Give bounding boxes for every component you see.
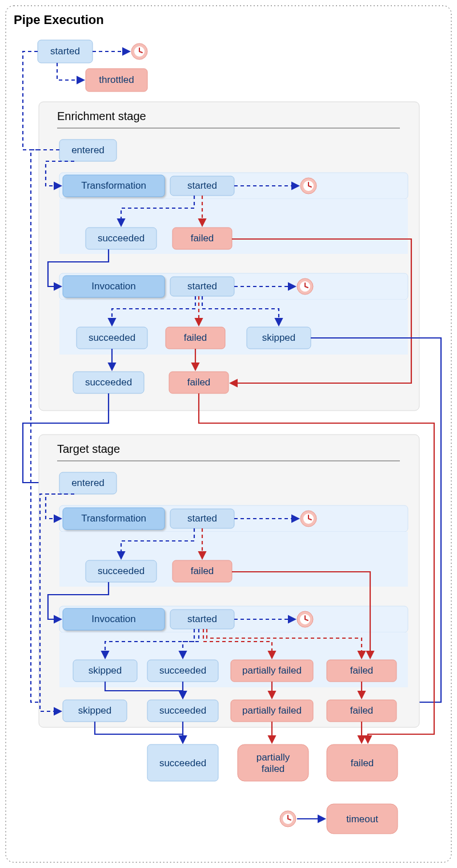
label: partially failed <box>242 705 302 716</box>
label: failed <box>184 332 207 343</box>
label: failed <box>351 758 374 769</box>
label: partially <box>256 752 290 763</box>
label: started <box>187 281 217 292</box>
label: Invocation <box>91 281 136 292</box>
enrichment-stage-title: Enrichment stage <box>57 110 146 122</box>
target-stage-title: Target stage <box>57 443 120 455</box>
label-throttled: throttled <box>99 74 134 85</box>
label: succeeded <box>98 233 145 244</box>
label: Transformation <box>81 513 146 524</box>
label: started <box>187 614 217 624</box>
label: partially failed <box>242 665 302 676</box>
clock-icon <box>131 43 147 59</box>
clock-icon <box>300 178 316 194</box>
label: started <box>187 180 217 191</box>
label: succeeded <box>85 377 132 388</box>
label: succeeded <box>159 758 206 769</box>
label: failed <box>187 377 211 388</box>
label: timeout <box>346 814 378 825</box>
label: failed <box>191 233 214 244</box>
edge <box>57 63 83 80</box>
label: Invocation <box>91 614 136 624</box>
label: entered <box>71 477 105 488</box>
label: succeeded <box>98 566 145 576</box>
clock-icon <box>300 511 316 527</box>
label-started: started <box>50 46 80 57</box>
clock-icon <box>297 278 313 294</box>
diagram-title: Pipe Execution <box>14 13 104 27</box>
label: Transformation <box>81 180 146 191</box>
label: failed <box>350 665 374 676</box>
label: entered <box>71 145 105 156</box>
pipe-execution-diagram: Pipe Execution started throttled Enrichm… <box>0 0 457 868</box>
label: succeeded <box>159 705 206 716</box>
clock-icon <box>280 811 296 827</box>
label: skipped <box>78 705 112 716</box>
label: failed <box>350 705 374 716</box>
label: skipped <box>262 332 296 343</box>
label: skipped <box>89 665 122 676</box>
label: failed <box>191 566 214 576</box>
label: failed <box>262 763 285 774</box>
label: succeeded <box>89 332 135 343</box>
label: succeeded <box>159 665 206 676</box>
label: started <box>187 513 217 524</box>
clock-icon <box>297 611 313 627</box>
